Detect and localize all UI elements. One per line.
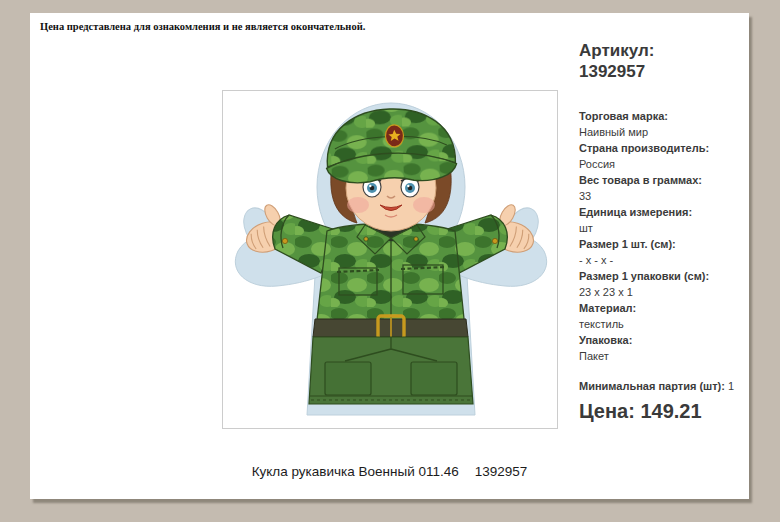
attribute-row: Вес товара в граммах: 33 xyxy=(579,172,747,204)
attribute-row: Торговая марка: Наивный мир xyxy=(579,108,747,140)
attribute-label: Торговая марка: xyxy=(579,108,747,124)
product-caption: Кукла рукавичка Военный 011.461392957 xyxy=(30,464,749,479)
attribute-label: Упаковка: xyxy=(579,332,747,348)
attribute-value: шт xyxy=(579,220,747,236)
attribute-value: 23 x 23 x 1 xyxy=(579,284,747,300)
attribute-row: Единица измерения: шт xyxy=(579,204,747,236)
article-number-block: Артикул: 1392957 xyxy=(579,40,747,82)
attribute-label: Размер 1 шт. (см): xyxy=(579,236,747,252)
attribute-label: Страна производитель: xyxy=(579,140,747,156)
attribute-row: Упаковка: Пакет xyxy=(579,332,747,364)
price-disclaimer: Цена представлена для ознакомления и не … xyxy=(40,21,640,32)
soldier-puppet-illustration xyxy=(223,91,557,428)
article-label: Артикул: xyxy=(579,40,747,61)
attribute-value: 33 xyxy=(579,188,747,204)
min-batch: Минимальная партия (шт): 1 xyxy=(579,378,747,394)
catalog-screenshot: Цена представлена для ознакомления и не … xyxy=(0,0,780,522)
attribute-row: Размер 1 упаковки (см): 23 x 23 x 1 xyxy=(579,268,747,300)
attribute-value: - x - x - xyxy=(579,252,747,268)
attribute-row: Материал: текстиль xyxy=(579,300,747,332)
attribute-value: Пакет xyxy=(579,348,747,364)
price: Цена: 149.21 xyxy=(579,400,747,423)
product-info-panel: Артикул: 1392957 Торговая марка: Наивный… xyxy=(579,40,747,423)
attribute-value: Наивный мир xyxy=(579,124,747,140)
attribute-label: Материал: xyxy=(579,300,747,316)
cheek xyxy=(413,197,435,213)
attribute-label: Вес товара в граммах: xyxy=(579,172,747,188)
attribute-value: Россия xyxy=(579,156,747,172)
attribute-value: текстиль xyxy=(579,316,747,332)
military-cap xyxy=(325,107,457,184)
cheek xyxy=(347,197,369,213)
article-value: 1392957 xyxy=(579,61,747,82)
attribute-label: Единица измерения: xyxy=(579,204,747,220)
product-image-frame xyxy=(222,90,558,429)
price-label: Цена: xyxy=(579,400,635,422)
price-value: 149.21 xyxy=(640,400,701,422)
attribute-label: Размер 1 упаковки (см): xyxy=(579,268,747,284)
attribute-list: Торговая марка: Наивный мир Страна произ… xyxy=(579,108,747,364)
min-batch-label: Минимальная партия (шт): xyxy=(579,380,725,392)
min-batch-value: 1 xyxy=(728,380,734,392)
product-name: Кукла рукавичка Военный 011.46 xyxy=(252,464,459,479)
attribute-row: Страна производитель: Россия xyxy=(579,140,747,172)
product-code: 1392957 xyxy=(475,464,528,479)
product-sheet: Цена представлена для ознакомления и не … xyxy=(30,13,749,499)
attribute-row: Размер 1 шт. (см): - x - x - xyxy=(579,236,747,268)
